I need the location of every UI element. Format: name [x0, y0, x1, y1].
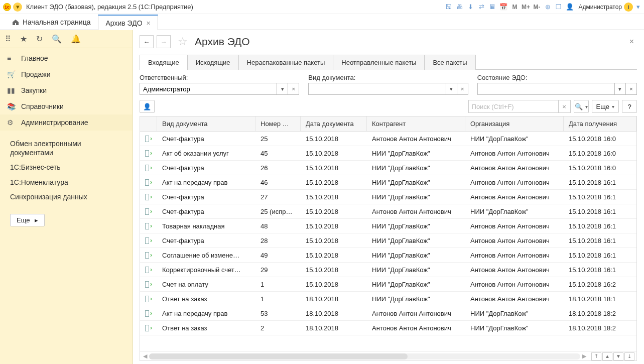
history-icon[interactable]: ↻: [36, 34, 43, 44]
tab-all[interactable]: Все пакеты: [424, 55, 475, 70]
filter-edo-clear[interactable]: ×: [626, 83, 637, 95]
tab-close-icon[interactable]: ×: [147, 19, 151, 27]
table-row[interactable]: ›Счет-фактура2615.10.2018НИИ "ДорГлавКож…: [140, 161, 636, 175]
cell-doctype: Соглашение об измене…: [157, 252, 255, 259]
cell-date: 15.10.2018: [301, 179, 367, 186]
horizontal-scrollbar[interactable]: ◀ ▶ ⤒ ▲ ▼ ⤓: [140, 351, 636, 360]
col-contr[interactable]: Контрагент: [367, 116, 465, 131]
toolbar-download-icon[interactable]: ⬇: [465, 3, 475, 12]
subnav-biznet[interactable]: 1С:Бизнес-сеть: [0, 160, 132, 175]
filter-resp-input[interactable]: [140, 83, 277, 95]
col-doctype[interactable]: Вид документа: [157, 116, 255, 131]
filter-doctype-clear[interactable]: ×: [457, 83, 468, 95]
table-row[interactable]: ›Товарная накладная4815.10.2018НИИ "ДорГ…: [140, 219, 636, 233]
table-row[interactable]: ›Счет-фактура2515.10.2018Антонов Антон А…: [140, 132, 636, 146]
list-bottom-button[interactable]: ⤓: [624, 352, 634, 360]
search-clear[interactable]: ×: [559, 100, 571, 113]
table-row[interactable]: ›Ответ на заказ118.10.2018НИИ "ДорГлавКо…: [140, 292, 636, 306]
toolbar-compare-icon[interactable]: ⇄: [476, 3, 486, 12]
cell-num: 2: [255, 324, 301, 332]
doc-status-icon: ›: [145, 179, 152, 186]
subnav-sync[interactable]: Синхронизация данных: [0, 190, 132, 205]
more-button[interactable]: Еще▾: [592, 100, 619, 113]
table-row[interactable]: ›Счет-фактура2815.10.2018НИИ "ДорГлавКож…: [140, 233, 636, 248]
doc-status-icon: ›: [145, 310, 152, 317]
tab-unpacked[interactable]: Нераспакованные пакеты: [238, 55, 334, 70]
tab-unsent[interactable]: Неотправленные пакеты: [333, 55, 425, 70]
favorite-star-icon[interactable]: ☆: [178, 35, 188, 48]
cell-contr: НИИ "ДорГлавКож": [367, 281, 465, 288]
nav-back-button[interactable]: ←: [140, 35, 154, 48]
tab-outgoing[interactable]: Исходящие: [187, 55, 239, 70]
cell-doctype: Акт на передачу прав: [157, 179, 255, 186]
toolbar-calendar-icon[interactable]: 📅: [498, 3, 508, 12]
nav-purchases[interactable]: ▮▮Закупки: [0, 82, 132, 98]
toolbar-m-icon[interactable]: M: [509, 3, 520, 12]
search-button[interactable]: 🔍▾: [574, 100, 589, 113]
toolbar-info-dd[interactable]: ▾: [635, 3, 640, 12]
cell-recv: 15.10.2018 16:1: [564, 252, 636, 259]
filter-edo-input[interactable]: [477, 83, 615, 95]
col-date[interactable]: Дата документа: [301, 116, 367, 131]
filter-edo-dropdown[interactable]: ▾: [615, 83, 626, 95]
col-org[interactable]: Организация: [465, 116, 564, 131]
filter-resp-clear[interactable]: ×: [288, 83, 299, 95]
cell-recv: 15.10.2018 16:1: [564, 266, 636, 274]
col-num[interactable]: Номер …: [255, 116, 301, 131]
table-row[interactable]: ›Счет-фактура2715.10.2018НИИ "ДорГлавКож…: [140, 190, 636, 204]
help-button[interactable]: ?: [622, 100, 637, 113]
cart-icon: 🛒: [7, 70, 15, 78]
table-row[interactable]: ›Корректировочный счет…2915.10.2018НИИ "…: [140, 263, 636, 277]
subnav-exchange[interactable]: Обмен электронными документами: [0, 137, 132, 160]
tab-incoming[interactable]: Входящие: [140, 55, 188, 70]
nav-forward-button[interactable]: →: [157, 35, 171, 48]
cell-org: НИИ "ДорГлавКож": [465, 208, 564, 215]
table-row[interactable]: ›Акт об оказании услуг4515.10.2018НИИ "Д…: [140, 146, 636, 161]
subnav-nomen[interactable]: 1С:Номенклатура: [0, 175, 132, 190]
toolbar-print-icon[interactable]: 🖶: [454, 3, 464, 12]
cell-contr: НИИ "ДорГлавКож": [367, 237, 465, 245]
table-row[interactable]: ›Акт на передачу прав4615.10.2018НИИ "До…: [140, 175, 636, 190]
toolbar-zoom-icon[interactable]: ⊕: [543, 3, 553, 12]
sidebar-more-button[interactable]: Еще▸: [10, 214, 45, 226]
table-row[interactable]: ›Ответ на заказ218.10.2018Антонов Антон …: [140, 321, 636, 335]
table-row[interactable]: ›Соглашение об измене…4915.10.2018НИИ "Д…: [140, 248, 636, 263]
filter-doctype-dropdown[interactable]: ▾: [446, 83, 457, 95]
toolbar-save-icon[interactable]: 🖫: [443, 3, 453, 12]
list-top-button[interactable]: ⤒: [591, 352, 601, 360]
col-recv[interactable]: Дата получения: [564, 116, 636, 131]
nav-main[interactable]: ≡Главное: [0, 50, 132, 66]
scroll-right-icon[interactable]: ▶: [581, 353, 587, 359]
page-close-icon[interactable]: ×: [629, 37, 634, 46]
list-down-button[interactable]: ▼: [613, 352, 623, 360]
toolbar-mplus-icon[interactable]: M+: [521, 3, 531, 12]
favorites-icon[interactable]: ★: [20, 34, 27, 44]
table-row[interactable]: ›Счет-фактура25 (испр…15.10.2018Антонов …: [140, 204, 636, 219]
toolbar-info-icon[interactable]: i: [624, 3, 633, 12]
tab-archive[interactable]: Архив ЭДО ×: [98, 15, 158, 30]
filter-resp-dropdown[interactable]: ▾: [277, 83, 288, 95]
toolbar-windows-icon[interactable]: ❐: [554, 3, 564, 12]
cell-contr: НИИ "ДорГлавКож": [367, 164, 465, 172]
cell-date: 15.10.2018: [301, 237, 367, 245]
filter-doctype-input[interactable]: [308, 83, 446, 95]
nav-admin[interactable]: ⚙Администрирование: [0, 114, 132, 131]
search-icon[interactable]: 🔍: [52, 34, 62, 44]
apps-icon[interactable]: ⠿: [5, 34, 11, 44]
table-row[interactable]: ›Счет на оплату115.10.2018НИИ "ДорГлавКо…: [140, 277, 636, 292]
search-input[interactable]: [468, 100, 559, 113]
assign-user-button[interactable]: 👤: [140, 100, 155, 113]
nav-refs[interactable]: 📚Справочники: [0, 98, 132, 114]
tab-home[interactable]: Начальная страница: [4, 14, 98, 30]
cell-doctype: Счет-фактура: [157, 135, 255, 143]
toolbar-mminus-icon[interactable]: M-: [532, 3, 542, 12]
cell-date: 15.10.2018: [301, 266, 367, 274]
list-up-button[interactable]: ▲: [602, 352, 612, 360]
nav-sales[interactable]: 🛒Продажи: [0, 66, 132, 82]
app-menu-dropdown[interactable]: ▾: [13, 3, 22, 12]
toolbar-user-icon[interactable]: 👤: [565, 3, 575, 12]
scroll-left-icon[interactable]: ◀: [142, 353, 148, 359]
notifications-icon[interactable]: 🔔: [71, 34, 81, 44]
toolbar-calc-icon[interactable]: 🖩: [487, 3, 497, 12]
table-row[interactable]: ›Акт на передачу прав5318.10.2018Антонов…: [140, 306, 636, 321]
